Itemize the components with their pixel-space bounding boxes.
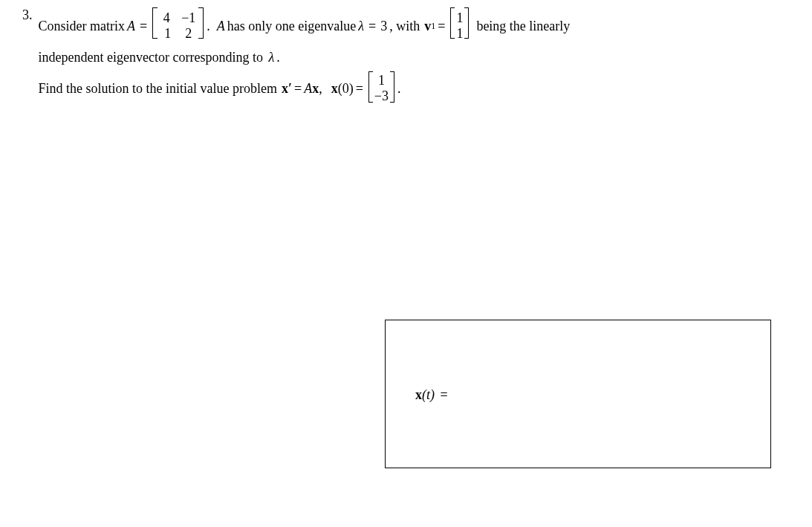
vec-cell: 1 xyxy=(456,26,463,42)
bracket-right-icon xyxy=(198,7,204,45)
text-with: , with xyxy=(389,16,420,37)
vector-v1: 1 1 xyxy=(450,7,469,45)
answer-label: x(t) = xyxy=(415,387,450,403)
symbol-A-2: A xyxy=(217,16,225,37)
symbol-lambda-2: λ xyxy=(268,50,274,65)
line-3: Find the solution to the initial value p… xyxy=(39,71,790,106)
matrix-cell: −1 xyxy=(181,10,195,27)
answer-x: x xyxy=(415,387,422,402)
symbol-x0: x xyxy=(331,81,338,97)
symbol-A: A xyxy=(127,16,135,37)
problem-body: Consider matrix A = 4 −1 1 2 . xyxy=(39,7,790,106)
vec-x0-content: 1 −3 xyxy=(373,73,390,105)
problem-container: 3. Consider matrix A = 4 −1 1 2 xyxy=(22,7,790,106)
text-being: being the linearly xyxy=(476,16,570,37)
text-has-only: has only one eigenvalue xyxy=(227,16,356,37)
bracket-right-icon xyxy=(464,7,469,45)
line-1: Consider matrix A = 4 −1 1 2 . xyxy=(39,7,790,45)
answer-box: x(t) = xyxy=(385,320,771,468)
equals-3: = xyxy=(438,16,445,37)
answer-equals: = xyxy=(441,387,448,402)
equals-2: = xyxy=(368,16,376,37)
bracket-left-icon xyxy=(152,7,157,45)
symbol-v: v xyxy=(424,16,431,37)
matrix-cell: 1 xyxy=(162,26,174,42)
matrix-A-content: 4 −1 1 2 xyxy=(157,10,198,42)
zero-arg: (0) xyxy=(338,81,354,97)
vector-x0: 1 −3 xyxy=(368,71,394,106)
vec-cell: 1 xyxy=(374,73,389,89)
matrix-A: 4 −1 1 2 xyxy=(152,7,204,45)
symbol-x-prime: x′ xyxy=(282,81,292,97)
answer-t: (t) xyxy=(422,387,435,402)
lambda-value: 3 xyxy=(380,16,387,37)
vec-cell: 1 xyxy=(456,10,463,27)
text-find: Find the solution to the initial value p… xyxy=(39,81,277,97)
comma: , xyxy=(319,81,322,97)
vec-v1-content: 1 1 xyxy=(455,10,464,42)
symbol-lambda: λ xyxy=(358,16,364,37)
bracket-right-icon xyxy=(390,71,394,106)
v-subscript: 1 xyxy=(431,19,435,33)
equals-5: = xyxy=(356,81,363,97)
equals-4: = xyxy=(294,81,302,97)
matrix-cell: 2 xyxy=(183,26,195,42)
vec-cell: −3 xyxy=(374,88,389,105)
period-1: . xyxy=(207,16,210,37)
matrix-cell: 4 xyxy=(160,10,172,27)
text-consider: Consider matrix xyxy=(39,16,125,37)
problem-number: 3. xyxy=(22,7,33,23)
period-2: . xyxy=(276,50,280,65)
equals-1: = xyxy=(140,16,147,37)
text-independent: independent eigenvector corresponding to xyxy=(39,50,263,65)
period-3: . xyxy=(397,81,401,97)
symbol-Ax: A xyxy=(304,81,312,97)
line-2: independent eigenvector corresponding to… xyxy=(39,50,790,65)
